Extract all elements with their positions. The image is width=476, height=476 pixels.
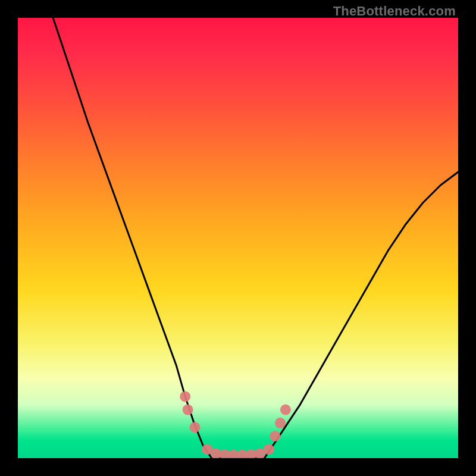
watermark-text: TheBottleneck.com xyxy=(333,4,456,19)
marker-point xyxy=(180,391,190,402)
marker-point xyxy=(275,418,286,428)
marker-point xyxy=(190,422,201,433)
marker-point xyxy=(264,444,274,455)
curve-layer xyxy=(53,18,458,458)
curve-right-branch xyxy=(264,172,458,458)
chart-svg xyxy=(18,18,458,458)
marker-point xyxy=(270,431,280,441)
plot-area xyxy=(18,18,458,458)
chart-frame: TheBottleneck.com xyxy=(0,0,476,476)
marker-layer xyxy=(180,391,291,458)
marker-point xyxy=(280,405,291,415)
marker-point xyxy=(183,405,193,415)
